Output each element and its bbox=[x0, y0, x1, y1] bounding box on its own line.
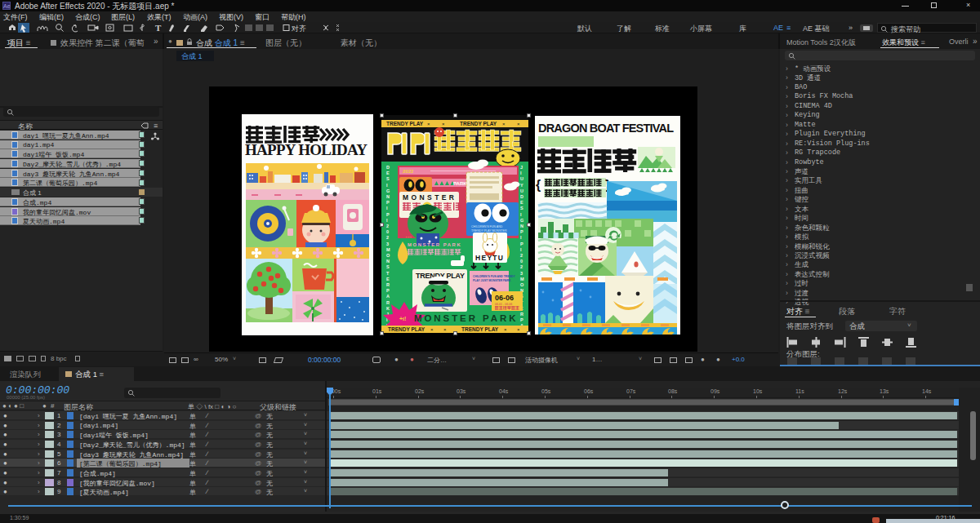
svg-text:TRENDY PLAY: TRENDY PLAY bbox=[460, 121, 497, 126]
svg-text:P: P bbox=[386, 200, 390, 205]
svg-text:06-06: 06-06 bbox=[495, 294, 514, 302]
svg-text:{: { bbox=[536, 178, 541, 192]
svg-text:×: × bbox=[504, 327, 507, 332]
svg-text:M: M bbox=[386, 247, 390, 252]
svg-text:0: 0 bbox=[386, 229, 389, 234]
svg-text:DRAGON BOAT FESTIVAL: DRAGON BOAT FESTIVAL bbox=[538, 122, 674, 135]
svg-text:S: S bbox=[386, 264, 390, 269]
svg-text:P: P bbox=[520, 317, 523, 322]
svg-text:P: P bbox=[386, 288, 390, 293]
svg-text:E: E bbox=[520, 200, 523, 205]
svg-text:O: O bbox=[386, 253, 390, 258]
svg-text:P: P bbox=[386, 212, 390, 217]
svg-text:U: U bbox=[520, 176, 523, 181]
svg-text:2: 2 bbox=[520, 264, 523, 269]
svg-text:2: 2 bbox=[386, 224, 389, 228]
svg-text:O: O bbox=[520, 282, 524, 287]
svg-text:P: P bbox=[520, 229, 523, 234]
svg-text:G: G bbox=[386, 188, 390, 193]
svg-text:×: × bbox=[427, 122, 430, 126]
svg-text:U: U bbox=[520, 188, 523, 193]
svg-text:D: D bbox=[520, 194, 523, 199]
svg-text:T: T bbox=[155, 23, 162, 33]
svg-text:M: M bbox=[520, 277, 524, 281]
svg-text:×: × bbox=[502, 122, 506, 126]
svg-text:S: S bbox=[386, 176, 390, 181]
svg-text:* * *: * * * bbox=[406, 236, 412, 240]
svg-text:R: R bbox=[520, 312, 523, 317]
svg-text:TRENDY PLAY MONSTER: TRENDY PLAY MONSTER bbox=[471, 229, 507, 233]
svg-text:D: D bbox=[386, 165, 390, 170]
svg-text:MONSTER: MONSTER bbox=[403, 193, 455, 202]
svg-text:R: R bbox=[386, 300, 390, 305]
svg-text:N: N bbox=[386, 194, 390, 199]
svg-text:×: × bbox=[430, 327, 434, 332]
svg-text:MONSTER PARK: MONSTER PARK bbox=[408, 242, 461, 247]
svg-text:G: G bbox=[520, 218, 523, 223]
svg-text:Y: Y bbox=[520, 183, 523, 188]
svg-text:E: E bbox=[386, 171, 390, 175]
svg-text:×: × bbox=[443, 327, 447, 332]
svg-text:3: 3 bbox=[520, 271, 523, 276]
svg-text:R: R bbox=[386, 282, 390, 287]
svg-text:MONSTER PARK: MONSTER PARK bbox=[414, 313, 517, 323]
svg-text:3: 3 bbox=[386, 242, 389, 246]
svg-text:HAPPY HOLIDAY: HAPPY HOLIDAY bbox=[245, 141, 368, 158]
svg-text:N: N bbox=[520, 224, 523, 228]
svg-text:PARK: PARK bbox=[453, 181, 467, 186]
svg-text:CHILDREN’S FUN AND TRENDY: CHILDREN’S FUN AND TRENDY bbox=[473, 275, 515, 278]
svg-text:PLAY JUST MONSTER PARK: PLAY JUST MONSTER PARK bbox=[473, 279, 511, 282]
svg-text:×: × bbox=[517, 122, 520, 126]
svg-text:×: × bbox=[442, 122, 445, 126]
svg-text:K: K bbox=[386, 306, 390, 311]
svg-text:0: 0 bbox=[520, 259, 523, 264]
svg-text:A: A bbox=[386, 294, 390, 299]
svg-text:2022: 2022 bbox=[403, 169, 414, 174]
svg-text:TRENDY PLAY: TRENDY PLAY bbox=[386, 121, 424, 126]
svg-text:2: 2 bbox=[386, 235, 389, 240]
svg-text:TRENDY PLAY: TRENDY PLAY bbox=[461, 326, 499, 332]
svg-text:HEYTU: HEYTU bbox=[475, 254, 503, 262]
svg-text:CHILDREN’S FUN AND: CHILDREN’S FUN AND bbox=[471, 225, 503, 228]
svg-text:N: N bbox=[386, 259, 390, 264]
svg-text:×: × bbox=[517, 327, 520, 332]
svg-text:P: P bbox=[520, 242, 523, 246]
svg-text:J: J bbox=[520, 165, 523, 170]
svg-text:E: E bbox=[386, 277, 390, 281]
svg-text:TRENDY PLAY: TRENDY PLAY bbox=[388, 326, 425, 332]
svg-text:S: S bbox=[520, 206, 523, 211]
svg-text:06.01 - 06.06: 06.01 - 06.06 bbox=[495, 303, 512, 306]
svg-text:+ı!: +ı! bbox=[399, 316, 406, 321]
svg-text:2: 2 bbox=[520, 253, 523, 258]
